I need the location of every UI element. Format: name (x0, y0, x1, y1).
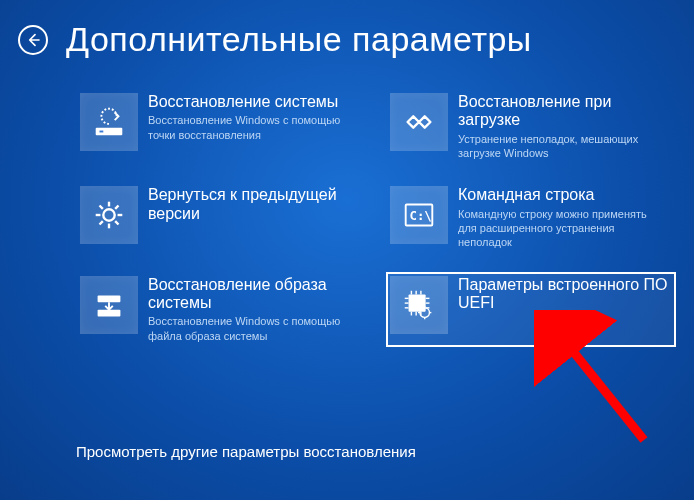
tile-title: Восстановление системы (148, 93, 358, 111)
svg-rect-15 (409, 294, 426, 311)
restore-icon (80, 93, 138, 151)
tile-desc: Восстановление Windows с помощью файла о… (148, 314, 358, 343)
options-grid: Восстановление системы Восстановление Wi… (0, 59, 694, 347)
page-title: Дополнительные параметры (66, 20, 532, 59)
svg-line-7 (100, 206, 103, 209)
tile-title: Восстановление образа системы (148, 276, 362, 313)
tile-startup-repair[interactable]: Восстановление при загрузке Устранение н… (386, 89, 676, 164)
tile-desc: Командную строку можно применять для рас… (458, 207, 668, 250)
svg-rect-13 (98, 295, 121, 302)
svg-line-8 (115, 222, 118, 225)
image-recovery-icon (80, 276, 138, 334)
tile-go-back[interactable]: Вернуться к предыдущей версии (76, 182, 366, 253)
see-more-options[interactable]: Просмотреть другие параметры восстановле… (76, 443, 416, 460)
svg-line-9 (115, 206, 118, 209)
svg-line-10 (100, 222, 103, 225)
svg-line-33 (564, 340, 644, 440)
arrow-left-icon (25, 32, 41, 48)
tile-desc: Устранение неполадок, мешающих загрузке … (458, 132, 668, 161)
gear-icon (80, 186, 138, 244)
tile-title: Восстановление при загрузке (458, 93, 672, 130)
tile-title: Параметры встроенного ПО UEFI (458, 276, 672, 313)
tile-command-prompt[interactable]: C:\ Командная строка Командную строку мо… (386, 182, 676, 253)
svg-text:C:\: C:\ (410, 209, 432, 223)
uefi-icon (390, 276, 448, 334)
tile-uefi-firmware[interactable]: Параметры встроенного ПО UEFI (386, 272, 676, 347)
tile-system-image-recovery[interactable]: Восстановление образа системы Восстановл… (76, 272, 366, 347)
tile-desc: Восстановление Windows с помощью точки в… (148, 113, 358, 142)
tile-system-restore[interactable]: Восстановление системы Восстановление Wi… (76, 89, 366, 164)
startup-repair-icon (390, 93, 448, 151)
tile-title: Командная строка (458, 186, 668, 204)
svg-point-2 (103, 210, 114, 221)
command-prompt-icon: C:\ (390, 186, 448, 244)
tile-title: Вернуться к предыдущей версии (148, 186, 362, 223)
svg-rect-1 (100, 131, 104, 133)
back-button[interactable] (18, 25, 48, 55)
